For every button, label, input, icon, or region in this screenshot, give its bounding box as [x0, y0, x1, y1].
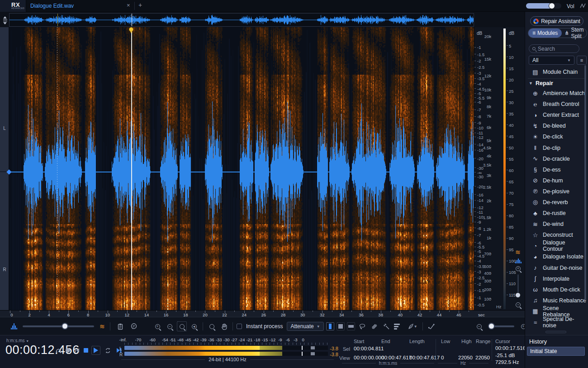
meter-peak-left[interactable]: -3.8	[330, 346, 338, 351]
monitor-icon[interactable]	[54, 345, 62, 355]
brush-tool-icon[interactable]	[370, 321, 379, 331]
module-chain-item[interactable]: ▤ Module Chain	[525, 67, 587, 77]
panel-menu-button[interactable]: ≡	[577, 56, 587, 65]
hand-tool-icon[interactable]	[219, 321, 229, 331]
view-start-value[interactable]: 00:00:00.000	[354, 355, 384, 360]
blend-slider-handle[interactable]	[62, 323, 68, 330]
chevron-down-icon: ▼	[567, 58, 571, 62]
zoom-reset-icon[interactable]: ◂	[189, 321, 199, 331]
repair-assistant-button[interactable]: Repair Assistant	[530, 16, 583, 26]
signal-flow-icon[interactable]	[579, 2, 587, 10]
frequency-selection-tool[interactable]	[347, 322, 355, 330]
return-to-start-button[interactable]	[73, 345, 81, 355]
spectrogram-waveform-blend-slider[interactable]	[23, 325, 94, 327]
overview-collapse-control[interactable]	[2, 15, 8, 25]
comment-icon[interactable]	[129, 321, 139, 331]
waveform-view-icon[interactable]	[515, 257, 522, 263]
horizontal-zoom-slider[interactable]	[488, 325, 514, 327]
module-item-de-rustle[interactable]: ♣De-rustle	[525, 208, 587, 219]
horizontal-zoom-out-icon[interactable]: −	[474, 321, 484, 331]
process-mode-select[interactable]: Attenuate ▼	[287, 322, 323, 331]
module-item-label: Guitar De-noise	[543, 265, 583, 271]
feather-dropdown-icon[interactable]: ▼	[414, 325, 417, 329]
range-frequency-value[interactable]: 22050	[471, 355, 490, 360]
module-item-breath-control[interactable]: ℮Breath Control	[525, 99, 587, 110]
module-item-mouth-de-click[interactable]: ωMouth De-click	[525, 284, 587, 295]
modules-icon: ≡	[532, 30, 536, 36]
spectrogram-blend-icon[interactable]: ≋	[100, 323, 105, 330]
playhead-pin[interactable]	[128, 27, 134, 33]
new-tab-button[interactable]: +	[138, 1, 142, 9]
horizontal-zoom-slider-handle[interactable]	[488, 323, 495, 330]
panel-resize-handle[interactable]	[545, 331, 566, 333]
time-frequency-selection-tool[interactable]	[337, 322, 345, 330]
zoom-selection-icon[interactable]	[177, 321, 187, 331]
module-item-ambience-match[interactable]: ⊕Ambience Match	[525, 88, 587, 99]
feather-tool-icon[interactable]: ▼	[406, 321, 419, 331]
tab-modules[interactable]: ≡ Modules	[528, 29, 562, 38]
selection-start-value[interactable]: 00:00:04.811	[354, 346, 384, 351]
tab-dialogue-edit[interactable]: Dialogue Edit.wav	[30, 3, 74, 9]
lasso-tool-icon[interactable]	[357, 321, 367, 331]
waveform-blend-icon[interactable]	[11, 323, 17, 330]
module-item-de-click[interactable]: ☀De-click	[525, 131, 587, 142]
vertical-zoom-out-icon[interactable]: −	[516, 302, 521, 307]
module-item-de-hum[interactable]: ⊘De-hum	[525, 175, 587, 186]
spectrogram-canvas[interactable]	[9, 27, 474, 310]
module-item-dialogue-contour[interactable]: ◔Dialogue Contour	[525, 240, 587, 251]
module-item-dialogue-isolate[interactable]: ◕Dialogue Isolate	[525, 251, 587, 262]
high-frequency-value[interactable]: 22050	[451, 355, 473, 360]
info-header-low: Low	[441, 339, 450, 344]
low-frequency-value[interactable]: 0	[441, 355, 444, 360]
vertical-zoom-slider-handle[interactable]	[515, 292, 521, 298]
waveform-db-label: -1	[477, 45, 481, 50]
spectrogram-db-label: 60	[509, 167, 514, 172]
overview-waveform[interactable]	[9, 13, 474, 27]
time-format-label[interactable]: h:m:s.ms ▼	[6, 338, 29, 343]
time-ruler[interactable]: sec 024681012141618202224262830323436384…	[0, 310, 525, 317]
play-button[interactable]	[91, 346, 100, 355]
clipboard-icon[interactable]	[115, 321, 125, 331]
vertical-zoom-in-icon[interactable]: +	[516, 266, 521, 271]
module-item-guitar-de-noise[interactable]: ♪Guitar De-noise	[525, 263, 587, 273]
module-item-deconstruct[interactable]: ☆Deconstruct	[525, 229, 587, 240]
gain-tool-icon[interactable]	[394, 321, 404, 331]
module-list-scrollbar[interactable]	[584, 65, 586, 301]
tab-close-icon[interactable]: ×	[127, 2, 130, 9]
zoom-in-icon[interactable]: +	[152, 321, 162, 331]
module-item-de-clip[interactable]: ‖De-clip	[525, 142, 587, 153]
instant-process-tool-icon[interactable]	[427, 321, 436, 331]
magnify-tool-icon[interactable]	[207, 321, 217, 331]
waveform-db-label: -14	[477, 142, 484, 147]
overview-waveform-canvas[interactable]	[9, 14, 474, 26]
view-end-value[interactable]: 00:00:47.617	[381, 355, 412, 360]
loop-button[interactable]	[104, 345, 112, 355]
module-item-center-extract[interactable]: ◑Center Extract	[525, 110, 587, 120]
module-item-de-plosive[interactable]: ℗De-plosive	[525, 186, 587, 197]
module-item-de-bleed[interactable]: ↯De-bleed	[525, 120, 587, 131]
module-search-input[interactable]: Search	[529, 44, 579, 53]
module-item-interpolate[interactable]: ∫Interpolate	[525, 273, 587, 284]
time-selection-tool[interactable]	[326, 322, 334, 330]
spectrogram-view-icon[interactable]: ≋	[515, 249, 521, 255]
magic-wand-icon[interactable]	[382, 321, 392, 331]
tab-stem-split[interactable]: ⋔ Stem Split	[562, 27, 587, 39]
category-filter-select[interactable]: All ▼	[529, 56, 574, 65]
instant-process-checkbox[interactable]	[237, 324, 242, 329]
module-item-de-ess[interactable]: §De-ess	[525, 164, 587, 175]
zoom-out-icon[interactable]: −	[165, 321, 175, 331]
channel-strip: L R	[0, 27, 9, 310]
module-item-spectral-de-noise[interactable]: ≈Spectral De-noise	[525, 317, 587, 328]
volume-slider[interactable]	[526, 3, 561, 9]
record-button[interactable]	[66, 348, 70, 353]
waveform-db-label: -4	[477, 258, 481, 263]
module-item-de-reverb[interactable]: ◎De-reverb	[525, 197, 587, 208]
repair-section-header[interactable]: ▼ Repair	[529, 80, 553, 86]
module-item-de-crackle[interactable]: ∿De-crackle	[525, 153, 587, 164]
history-item[interactable]: Initial State	[527, 347, 585, 356]
module-item-scene-rebalance[interactable]: ▦Scene Rebalance	[525, 306, 587, 317]
module-item-music-rebalance[interactable]: ♫Music Rebalance	[525, 295, 587, 306]
volume-slider-handle[interactable]	[549, 3, 555, 9]
module-item-de-wind[interactable]: ≋De-wind	[525, 219, 587, 229]
stop-button[interactable]	[84, 348, 88, 353]
